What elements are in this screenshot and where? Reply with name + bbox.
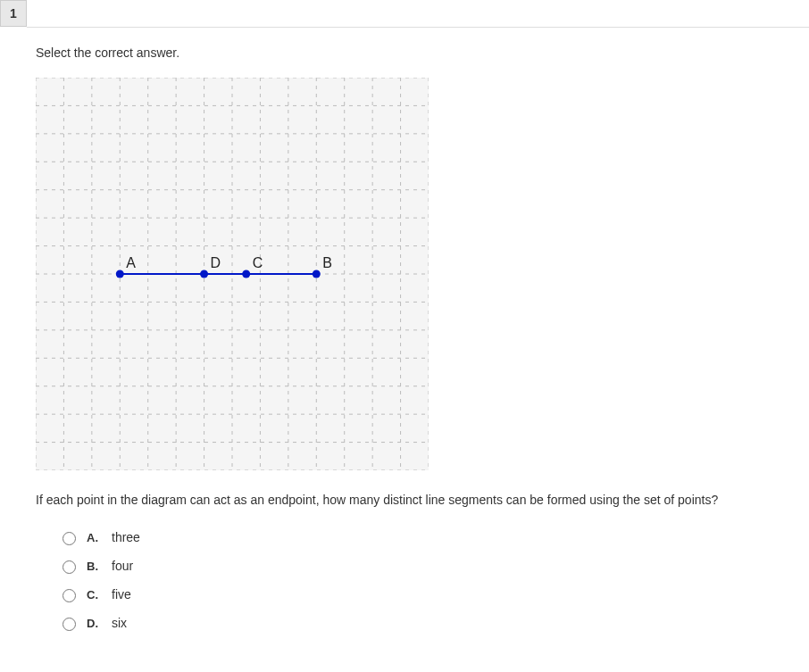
option-a[interactable]: A. three	[58, 529, 791, 545]
point-b	[313, 270, 321, 278]
point-label-b: B	[322, 255, 332, 270]
options-list: A. three B. four C. five D. six	[36, 529, 791, 631]
option-letter: A.	[87, 531, 99, 544]
point-c	[242, 270, 250, 278]
option-c[interactable]: C. five	[58, 586, 791, 602]
point-label-d: D	[211, 255, 221, 270]
option-c-radio[interactable]	[63, 589, 76, 602]
option-d[interactable]: D. six	[58, 615, 791, 631]
option-letter: D.	[87, 617, 99, 630]
point-label-a: A	[126, 255, 136, 270]
question-text: If each point in the diagram can act as …	[36, 493, 791, 507]
option-text: six	[112, 616, 127, 630]
question-number: 1	[0, 0, 27, 27]
option-a-radio[interactable]	[63, 532, 76, 545]
option-letter: C.	[87, 588, 99, 601]
option-b-radio[interactable]	[63, 560, 76, 574]
point-d	[200, 270, 208, 278]
point-label-c: C	[253, 255, 263, 270]
diagram: ADCB	[36, 78, 429, 470]
divider	[27, 27, 809, 28]
instruction-text: Select the correct answer.	[36, 46, 791, 60]
option-text: five	[112, 587, 131, 601]
option-d-radio[interactable]	[63, 618, 76, 631]
option-text: four	[112, 559, 133, 573]
option-text: three	[112, 530, 140, 544]
point-a	[116, 270, 124, 278]
option-b[interactable]: B. four	[58, 558, 791, 574]
option-letter: B.	[87, 560, 99, 573]
